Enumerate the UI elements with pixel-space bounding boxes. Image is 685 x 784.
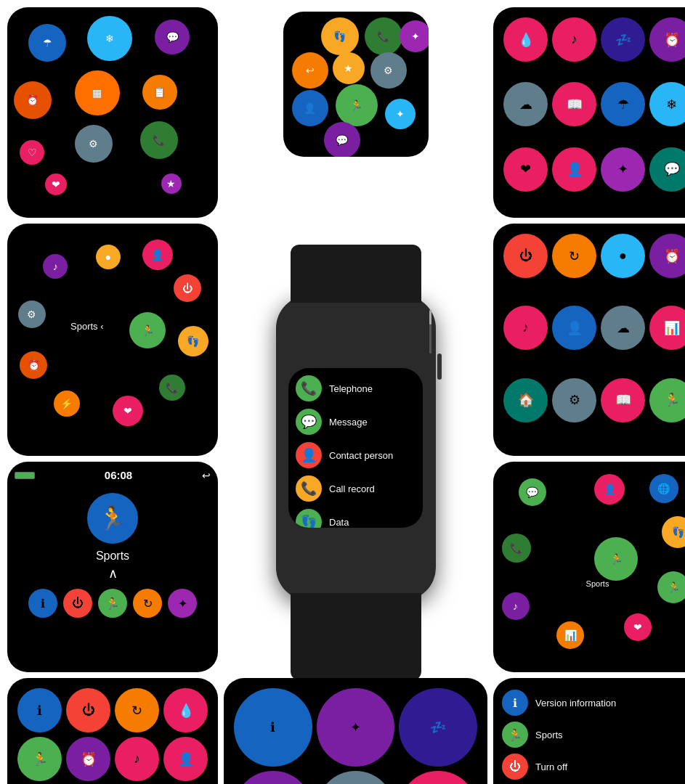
- sports-btn-refresh[interactable]: ↻: [133, 589, 162, 618]
- icon-home[interactable]: 🏠: [503, 378, 548, 422]
- sports-btn-run[interactable]: 🏃: [98, 589, 127, 618]
- icon-book2[interactable]: 📖: [601, 378, 645, 422]
- icon-run[interactable]: 🏃: [336, 84, 378, 126]
- orb2-icon-5[interactable]: 🏃: [657, 571, 685, 603]
- orb2-icon-7[interactable]: 📊: [556, 621, 584, 649]
- orbit-icon-2[interactable]: 👤: [142, 240, 173, 270]
- icon-gear3[interactable]: ⚙: [552, 378, 596, 422]
- orbit-center-run[interactable]: 🏃: [129, 312, 166, 348]
- main-layout: ☂ ❄ 💬 ⏰ ▦ 📋 ♡ ⚙ 📞 ❤ ★ 👣 📞 ✦ ↩ ★ ⚙ 👤 🏃: [0, 0, 685, 784]
- icon-sleep[interactable]: 💤: [601, 17, 645, 62]
- sports-btn-power[interactable]: ⏻: [63, 589, 92, 618]
- icon-info2[interactable]: ℹ: [17, 688, 62, 732]
- orbit-icon-1[interactable]: ●: [96, 245, 121, 269]
- icon-phone[interactable]: 📞: [140, 121, 178, 159]
- icon-phone2[interactable]: 📞: [365, 17, 402, 55]
- orb2-icon-1[interactable]: 💬: [519, 478, 546, 506]
- orb2-center-run[interactable]: 🏃: [594, 537, 638, 581]
- list-row-version[interactable]: ℹ Version information: [502, 688, 685, 717]
- icon-clover[interactable]: ✦: [400, 20, 429, 52]
- icon-heart-tiny[interactable]: ❤: [45, 173, 67, 195]
- icon-bm-clover[interactable]: ✦: [317, 688, 395, 767]
- bubble-screen-1: ☂ ❄ 💬 ⏰ ▦ 📋 ♡ ⚙ 📞 ❤ ★: [7, 7, 218, 218]
- icon-timer[interactable]: ⏰: [649, 17, 685, 62]
- icon-star[interactable]: ★: [161, 173, 182, 194]
- battery-icon: [15, 472, 35, 479]
- orbit-icon-8[interactable]: ⏰: [20, 351, 47, 379]
- icon-power[interactable]: ⏻: [503, 234, 548, 278]
- watch-label-contact: Contact person: [329, 450, 393, 461]
- icon-alarm2[interactable]: ⏰: [649, 234, 685, 278]
- icon-clover2[interactable]: ✦: [385, 99, 416, 129]
- icon-umbrella[interactable]: ☂: [28, 24, 66, 62]
- list-row-turnoff[interactable]: ⏻ Turn off: [502, 752, 685, 781]
- icon-runner[interactable]: 🏃: [649, 378, 685, 422]
- icon-chart[interactable]: 📊: [649, 306, 685, 350]
- watch-menu-callrecord[interactable]: 📞 Call record: [293, 474, 418, 503]
- orbit-icon-4[interactable]: 👣: [178, 326, 208, 356]
- icon-settings[interactable]: ⚙: [75, 125, 113, 163]
- orb2-icon-6[interactable]: ❤: [624, 613, 652, 641]
- icon-person2[interactable]: 👤: [552, 306, 596, 350]
- icon-bm-info[interactable]: ℹ: [234, 688, 312, 767]
- icon-bm-book[interactable]: 📖: [399, 771, 477, 784]
- sports-btn-info[interactable]: ℹ: [28, 589, 57, 618]
- icon-footprint[interactable]: 👣: [321, 17, 359, 55]
- orb2-icon-2[interactable]: 👤: [594, 474, 625, 505]
- orbit-icon-3[interactable]: ⏻: [174, 274, 201, 302]
- icon-bm-alarm[interactable]: ⏰: [234, 771, 312, 784]
- icon-menu[interactable]: ▦: [75, 70, 120, 115]
- icon-umbrella2[interactable]: ☂: [601, 82, 645, 126]
- icon-music[interactable]: ♪: [552, 17, 596, 62]
- icon-book[interactable]: 📖: [552, 82, 596, 126]
- orbit-screen-mid-left: ● 👤 ⏻ 👣 📞 ❤ ⚡ ⏰ ⚙ ♪ 🏃 Sports ‹: [7, 224, 218, 456]
- watch-menu-message[interactable]: 💬 Message: [293, 407, 418, 436]
- icon-heart-small[interactable]: ♡: [20, 140, 44, 165]
- icon-run2[interactable]: 🏃: [17, 737, 62, 781]
- orb2-icon-9[interactable]: 📞: [502, 534, 531, 563]
- icon-cloud[interactable]: ☁: [503, 82, 548, 126]
- list-row-sports[interactable]: 🏃 Sports: [502, 720, 685, 749]
- orbit-icon-7[interactable]: ⚡: [54, 391, 80, 417]
- icon-prs2[interactable]: 👤: [163, 737, 208, 781]
- orb2-icon-3[interactable]: 🌐: [649, 474, 678, 503]
- sports-btn-clover[interactable]: ✦: [168, 589, 197, 618]
- icon-drp2[interactable]: 💧: [163, 688, 208, 732]
- icon-snowflake[interactable]: ❄: [87, 16, 132, 61]
- icon-contact[interactable]: 👤: [292, 90, 328, 126]
- icon-star2[interactable]: ★: [333, 52, 365, 84]
- icon-bm-sleep[interactable]: 💤: [399, 688, 477, 767]
- icon-cloud2[interactable]: ☁: [601, 306, 645, 350]
- icon-clover3[interactable]: ✦: [601, 147, 645, 192]
- icon-back[interactable]: ↩: [292, 52, 328, 89]
- icon-refresh[interactable]: ↻: [552, 234, 596, 278]
- orbit-icon-10[interactable]: ♪: [43, 254, 68, 279]
- icon-msg2[interactable]: 💬: [324, 122, 360, 157]
- icon-alarm[interactable]: ⏰: [14, 81, 52, 119]
- icon-flake2[interactable]: ❄: [649, 82, 685, 126]
- watch-menu-contact[interactable]: 👤 Contact person: [293, 441, 418, 470]
- orb2-icon-4[interactable]: 👣: [662, 516, 685, 548]
- sports-main-icon[interactable]: 🏃: [87, 493, 138, 544]
- watch-menu-data[interactable]: 👣 Data: [293, 507, 418, 528]
- orbit-icon-9[interactable]: ⚙: [18, 301, 46, 328]
- icon-chat2[interactable]: 💬: [649, 147, 685, 192]
- orb2-icon-8[interactable]: ♪: [502, 592, 530, 620]
- icon-chat[interactable]: 💬: [155, 20, 190, 54]
- icon-alm2[interactable]: ⏰: [66, 737, 110, 781]
- orbit-icon-5[interactable]: 📞: [159, 375, 185, 401]
- icon-note[interactable]: ♪: [503, 306, 548, 350]
- watch-menu-telephone[interactable]: 📞 Telephone: [293, 374, 418, 403]
- icon-dot[interactable]: ●: [601, 234, 645, 278]
- icon-pwr2[interactable]: ⏻: [66, 688, 110, 732]
- icon-bm-cloud[interactable]: ☁: [317, 771, 395, 784]
- icon-person[interactable]: 👤: [552, 147, 596, 192]
- icon-list[interactable]: 📋: [142, 75, 177, 110]
- icon-ref2[interactable]: ↻: [115, 688, 159, 732]
- icon-heart2[interactable]: ❤: [503, 147, 548, 192]
- icon-drop[interactable]: 💧: [503, 17, 548, 62]
- icon-gear2[interactable]: ⚙: [370, 52, 407, 89]
- orbit-icon-6[interactable]: ❤: [113, 396, 143, 426]
- watch-crown-button[interactable]: [437, 354, 442, 380]
- icon-mus2[interactable]: ♪: [115, 737, 159, 781]
